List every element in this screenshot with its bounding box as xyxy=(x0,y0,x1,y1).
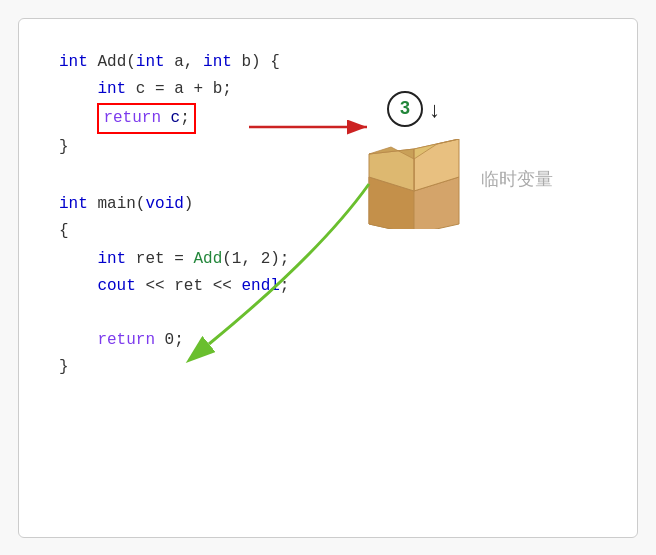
int-keyword-4: int xyxy=(97,80,126,98)
main-line-5 xyxy=(59,300,597,327)
main-open-brace: { xyxy=(59,222,69,240)
main-paren-close: ) xyxy=(184,195,194,213)
int-keyword-main: int xyxy=(59,195,88,213)
main-container: int Add(int a, int b) { int c = a + b; r… xyxy=(18,18,638,538)
add-close-brace: } xyxy=(59,138,69,156)
add-line-2: int c = a + b; xyxy=(59,76,597,103)
int-keyword-1: int xyxy=(59,53,88,71)
return-zero: 0; xyxy=(155,331,184,349)
endl-keyword: endl xyxy=(241,277,279,295)
add-fn-name: Add( xyxy=(97,53,135,71)
red-arrow-svg xyxy=(249,117,379,137)
add-param-b: b) { xyxy=(232,53,280,71)
add-line-1: int Add(int a, int b) { xyxy=(59,49,597,76)
main-line-4: cout << ret << endl; xyxy=(59,273,597,300)
add-indent-1 xyxy=(59,80,97,98)
semicolon-1: ; xyxy=(180,109,190,127)
c-var: c xyxy=(161,109,180,127)
main-line-2: { xyxy=(59,218,597,245)
main-line-1: int main(void) xyxy=(59,191,597,218)
add-indent-2 xyxy=(59,109,97,127)
box-container xyxy=(359,139,469,233)
step-number: 3 xyxy=(400,98,410,119)
main-indent-2 xyxy=(59,277,97,295)
return-keyword: return xyxy=(103,109,161,127)
down-arrow-symbol: ↓ xyxy=(429,97,440,123)
void-keyword: void xyxy=(145,195,183,213)
add-param-a: a, xyxy=(165,53,203,71)
int-keyword-3: int xyxy=(203,53,232,71)
main-line-7: } xyxy=(59,354,597,381)
return-c-highlighted: return c; xyxy=(97,103,195,134)
main-line-3: int ret = Add(1, 2); xyxy=(59,246,597,273)
main-indent-1 xyxy=(59,250,97,268)
temp-var-label: 临时变量 xyxy=(481,167,553,191)
add-function-code: int Add(int a, int b) { int c = a + b; r… xyxy=(59,49,597,162)
add-c-assign: c = a + b; xyxy=(126,80,232,98)
cout-semi: ; xyxy=(280,277,290,295)
add-line-4: } xyxy=(59,134,597,161)
main-function-code: int main(void) { int ret = Add(1, 2); co… xyxy=(59,191,597,381)
ret-assign: ret = xyxy=(126,250,193,268)
step-circle: 3 xyxy=(387,91,423,127)
add-call-args: (1, 2); xyxy=(222,250,289,268)
main-indent-3 xyxy=(59,331,97,349)
main-close-brace: } xyxy=(59,358,69,376)
cardboard-box-icon xyxy=(359,139,469,229)
int-keyword-2: int xyxy=(136,53,165,71)
int-keyword-ret: int xyxy=(97,250,126,268)
add-call: Add xyxy=(193,250,222,268)
return-keyword-main: return xyxy=(97,331,155,349)
main-fn-name: main( xyxy=(97,195,145,213)
cout-keyword: cout xyxy=(97,277,135,295)
cout-ops: << ret << xyxy=(136,277,242,295)
main-line-6: return 0; xyxy=(59,327,597,354)
